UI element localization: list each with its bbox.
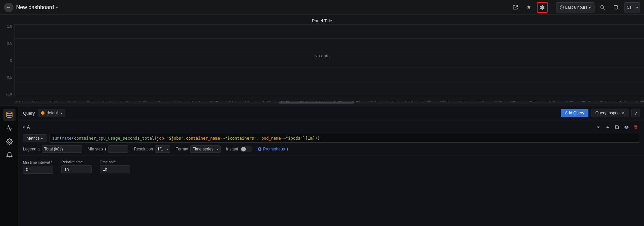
grid-lines <box>14 24 644 96</box>
prometheus-label: Prometheus <box>263 147 285 151</box>
dropdown-icon: ▾ <box>56 5 58 10</box>
sidebar <box>0 106 19 226</box>
nav-divider <box>552 3 552 11</box>
time-dropdown-icon: ▾ <box>589 5 591 10</box>
svg-point-3 <box>8 141 10 143</box>
nav-left: ← New dashboard ▾ <box>4 3 58 12</box>
resolution-group: Resolution 1/1 1/2 1/3 <box>134 145 170 153</box>
nav-right: Last 6 hours ▾ 5s <box>510 2 640 13</box>
svg-point-2 <box>6 112 12 114</box>
move-up-icon[interactable] <box>604 123 612 131</box>
toggle-knob <box>241 147 246 151</box>
back-button[interactable]: ← <box>4 3 13 12</box>
format-select-wrapper[interactable]: Time series Table Heatmap <box>190 145 221 153</box>
instant-toggle[interactable] <box>240 146 252 152</box>
metrics-button[interactable]: Metrics ▾ <box>23 134 46 142</box>
format-label: Format <box>175 147 188 151</box>
sidebar-icon-bell[interactable] <box>3 149 15 161</box>
metrics-dropdown-icon: ▾ <box>41 137 43 140</box>
datasource-dot <box>41 111 44 115</box>
chart-area: Panel Title 1.0 0.5 0 -0.5 -1.0 No data … <box>0 15 644 106</box>
minstep-input[interactable] <box>108 145 128 153</box>
scrollbar-thumb[interactable] <box>279 102 354 104</box>
query-header-right: Add Query Query Inspector ? <box>561 109 640 117</box>
sidebar-icon-chart[interactable] <box>3 122 15 134</box>
min-time-interval-group: Min time interval ℹ <box>23 160 53 174</box>
min-time-interval-label-row: Min time interval ℹ <box>23 160 53 164</box>
query-inspector-button[interactable]: Query Inspector <box>591 109 629 117</box>
query-expression[interactable]: sum(rate(container_cpu_usage_seconds_tot… <box>49 134 640 143</box>
legend-label: Legend <box>23 147 36 151</box>
panel-title: Panel Title <box>0 15 644 23</box>
sidebar-icon-database[interactable] <box>3 109 15 121</box>
query-row-header: ▾ A <box>23 123 640 131</box>
scrollbar-track[interactable] <box>14 102 644 104</box>
prometheus-link[interactable]: Prometheus <box>258 147 285 151</box>
collapse-icon[interactable]: ▾ <box>23 125 25 130</box>
bottom-panel: Query default ▾ Add Query Query Inspecto… <box>0 106 644 226</box>
duplicate-icon[interactable] <box>613 123 621 131</box>
add-query-button[interactable]: Add Query <box>561 109 588 117</box>
instant-group: Instant <box>226 146 252 152</box>
svg-point-1 <box>601 5 604 8</box>
time-shift-input[interactable] <box>100 165 130 173</box>
settings-button[interactable] <box>537 2 548 13</box>
minstep-info-icon: ℹ <box>105 147 106 151</box>
delete-icon[interactable] <box>632 123 640 131</box>
help-button[interactable]: ? <box>631 109 640 117</box>
resolution-select[interactable]: 1/1 1/2 1/3 <box>155 145 170 153</box>
refresh-button[interactable] <box>611 2 621 13</box>
prometheus-info-icon: ℹ <box>287 147 288 151</box>
datasource-select[interactable]: default ▾ <box>38 109 65 117</box>
query-row-label: ▾ A <box>23 125 30 130</box>
query-letter: A <box>27 125 30 130</box>
relative-time-label: Relative time <box>61 160 83 164</box>
prometheus-group: Prometheus ℹ <box>258 147 288 151</box>
time-shift-label: Time shift <box>100 160 116 164</box>
query-label: Query <box>23 111 35 116</box>
instant-label: Instant <box>226 147 238 151</box>
query-header-left: Query default ▾ <box>23 109 65 117</box>
datasource-name: default <box>46 111 59 115</box>
move-down-icon[interactable] <box>594 123 602 131</box>
relative-time-label-row: Relative time <box>61 160 92 164</box>
sidebar-icon-settings[interactable] <box>3 136 15 148</box>
minstep-label: Min step <box>88 147 103 151</box>
query-block-a: ▾ A <box>19 120 644 156</box>
datasource-dropdown-icon: ▾ <box>61 111 62 115</box>
resolution-select-wrapper[interactable]: 1/1 1/2 1/3 <box>155 145 170 153</box>
legend-input[interactable] <box>42 145 82 153</box>
format-group: Format Time series Table Heatmap <box>175 145 221 153</box>
legend-info-icon: ℹ <box>38 147 40 151</box>
chart-grid <box>14 24 644 96</box>
time-shift-group: Time shift <box>100 160 130 173</box>
query-row-actions <box>594 123 640 131</box>
metrics-row: Metrics ▾ sum(rate(container_cpu_usage_s… <box>23 134 640 143</box>
relative-time-group: Relative time <box>61 160 92 173</box>
min-time-interval-info-icon: ℹ <box>51 160 53 164</box>
time-options: Min time interval ℹ Relative time Time s… <box>19 156 644 178</box>
legend-group: Legend ℹ <box>23 145 82 153</box>
options-row: Legend ℹ Min step ℹ Resolution 1/1 1/2 <box>23 145 640 153</box>
time-range-button[interactable]: Last 6 hours ▾ <box>556 2 594 12</box>
no-data-label: No data <box>314 53 330 58</box>
share-button[interactable] <box>510 2 521 13</box>
top-nav: ← New dashboard ▾ Last 6 hours ▾ <box>0 0 644 15</box>
star-button[interactable] <box>523 2 534 13</box>
query-section: Query default ▾ Add Query Query Inspecto… <box>19 106 644 226</box>
y-axis: 1.0 0.5 0 -0.5 -1.0 <box>0 24 14 96</box>
min-time-interval-label: Min time interval <box>23 160 50 164</box>
svg-rect-4 <box>616 126 619 129</box>
relative-time-input[interactable] <box>61 165 92 173</box>
min-time-interval-input[interactable] <box>23 166 53 174</box>
dashboard-title[interactable]: New dashboard ▾ <box>16 4 58 10</box>
search-time-button[interactable] <box>597 2 608 13</box>
chart-scrollbar[interactable] <box>14 102 644 104</box>
minstep-group: Min step ℹ <box>88 145 128 153</box>
resolution-label: Resolution <box>134 147 153 151</box>
refresh-rate-wrapper[interactable]: 5s <box>624 2 640 12</box>
toggle-visibility-icon[interactable] <box>622 123 631 131</box>
refresh-rate-select[interactable]: 5s <box>624 2 640 12</box>
format-select[interactable]: Time series Table Heatmap <box>190 145 221 153</box>
time-shift-label-row: Time shift <box>100 160 130 164</box>
